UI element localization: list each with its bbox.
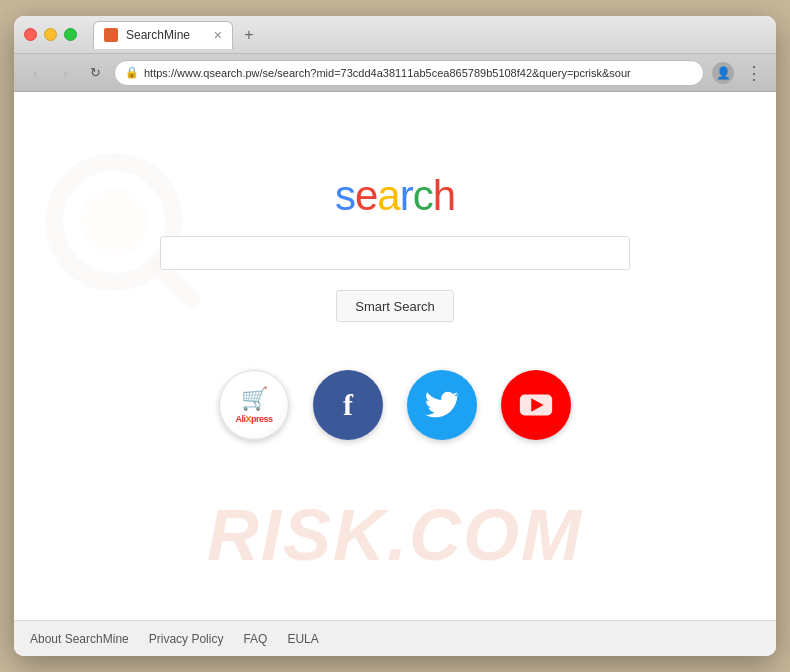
back-button[interactable]: ‹ — [24, 62, 46, 84]
page-footer: About SearchMine Privacy Policy FAQ EULA — [14, 620, 776, 656]
twitter-icon[interactable] — [407, 370, 477, 440]
social-icons: 🛒 AliXpress f — [219, 370, 571, 440]
svg-point-0 — [54, 162, 174, 282]
browser-window: SearchMine × + ‹ › ↻ 🔒 https://www.qsear… — [14, 16, 776, 656]
tab-title: SearchMine — [126, 28, 190, 42]
smart-search-button[interactable]: Smart Search — [336, 290, 453, 322]
tab-bar: SearchMine × + — [93, 21, 766, 49]
svg-point-2 — [79, 187, 149, 257]
search-input[interactable] — [160, 236, 630, 270]
lock-icon: 🔒 — [125, 66, 139, 79]
address-bar: ‹ › ↻ 🔒 https://www.qsearch.pw/se/search… — [14, 54, 776, 92]
faq-link[interactable]: FAQ — [243, 632, 267, 646]
aliexpress-label: AliXpress — [235, 414, 272, 424]
twitter-bird-icon — [423, 386, 461, 424]
reload-button[interactable]: ↻ — [84, 62, 106, 84]
logo-a: a — [377, 172, 399, 219]
aliexpress-cart-icon: 🛒 — [241, 386, 268, 412]
youtube-play-icon — [517, 386, 555, 424]
privacy-link[interactable]: Privacy Policy — [149, 632, 224, 646]
aliexpress-icon[interactable]: 🛒 AliXpress — [219, 370, 289, 440]
url-text: https://www.qsearch.pw/se/search?mid=73c… — [144, 67, 631, 79]
new-tab-button[interactable]: + — [237, 23, 261, 47]
logo-h: h — [433, 172, 455, 219]
about-link[interactable]: About SearchMine — [30, 632, 129, 646]
facebook-f-icon: f — [343, 388, 353, 422]
youtube-icon[interactable] — [501, 370, 571, 440]
forward-button[interactable]: › — [54, 62, 76, 84]
facebook-icon[interactable]: f — [313, 370, 383, 440]
watermark-text: RISK.COM — [207, 494, 583, 576]
minimize-button[interactable] — [44, 28, 57, 41]
active-tab[interactable]: SearchMine × — [93, 21, 233, 49]
close-button[interactable] — [24, 28, 37, 41]
traffic-lights — [24, 28, 77, 41]
url-bar[interactable]: 🔒 https://www.qsearch.pw/se/search?mid=7… — [114, 60, 704, 86]
title-bar: SearchMine × + — [14, 16, 776, 54]
maximize-button[interactable] — [64, 28, 77, 41]
logo-c: c — [413, 172, 433, 219]
logo-r: r — [400, 172, 413, 219]
menu-button[interactable]: ⋮ — [742, 62, 766, 84]
logo-e: e — [355, 172, 377, 219]
search-section: search Smart Search — [160, 172, 630, 322]
logo-s: s — [335, 172, 355, 219]
tab-close-button[interactable]: × — [214, 28, 222, 42]
tab-favicon — [104, 28, 118, 42]
eula-link[interactable]: EULA — [287, 632, 318, 646]
profile-button[interactable]: 👤 — [712, 62, 734, 84]
search-logo: search — [335, 172, 455, 220]
profile-icon: 👤 — [716, 66, 731, 80]
page-content: RISK.COM search Smart Search 🛒 AliXpress… — [14, 92, 776, 656]
